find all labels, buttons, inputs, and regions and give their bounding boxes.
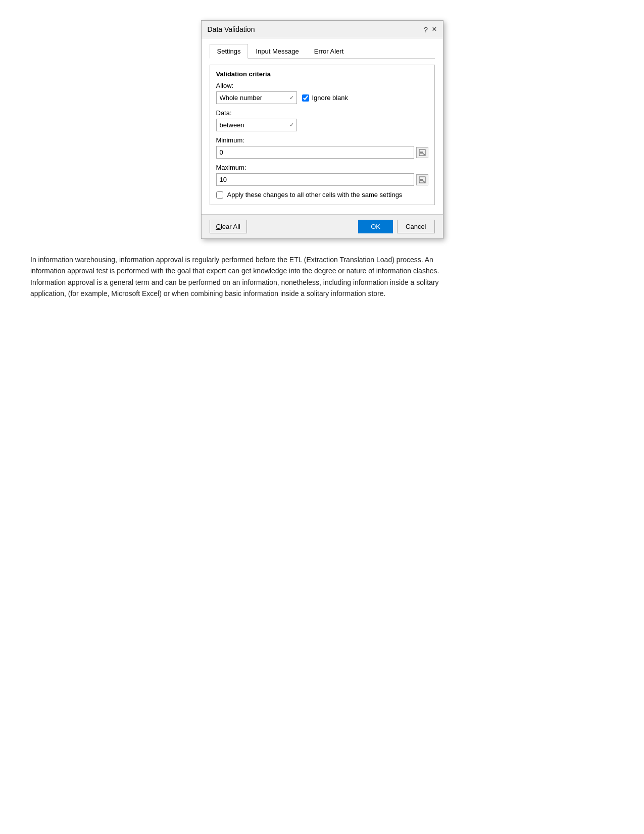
data-select[interactable]: between not between equal to not equal t…	[216, 119, 297, 131]
dialog-titlebar: Data Validation ? ×	[202, 21, 443, 38]
clear-all-label: Clear All	[216, 223, 240, 230]
tab-settings[interactable]: Settings	[210, 44, 249, 59]
footer-right: OK Cancel	[358, 220, 434, 233]
validation-criteria-section: Validation criteria Allow: Whole number …	[210, 65, 435, 205]
clear-all-button[interactable]: Clear All	[210, 220, 247, 233]
data-select-wrapper: between not between equal to not equal t…	[216, 119, 297, 131]
maximum-label: Maximum:	[216, 164, 428, 171]
data-validation-dialog: Data Validation ? × Settings Input Messa…	[201, 20, 443, 239]
svg-rect-4	[420, 179, 423, 181]
allow-select[interactable]: Whole number Decimal List Date Time Text…	[216, 91, 297, 104]
help-icon[interactable]: ?	[424, 25, 428, 34]
tabs: Settings Input Message Error Alert	[210, 43, 435, 59]
dialog-content: Settings Input Message Error Alert Valid…	[202, 38, 443, 214]
ok-button[interactable]: OK	[358, 220, 393, 233]
minimum-cellref-button[interactable]	[416, 147, 428, 158]
tab-error-alert[interactable]: Error Alert	[307, 44, 352, 59]
maximum-cellref-button[interactable]	[416, 174, 428, 185]
cellref-icon-max	[419, 176, 426, 183]
allow-label: Allow:	[216, 82, 428, 89]
ignore-blank-checkbox[interactable]	[302, 94, 309, 102]
body-paragraph: In information warehousing, information …	[30, 254, 465, 300]
close-icon[interactable]: ×	[432, 25, 436, 34]
apply-row: Apply these changes to all other cells w…	[216, 191, 428, 199]
ignore-blank-text: Ignore blank	[312, 94, 349, 102]
minimum-row	[216, 146, 428, 159]
data-label: Data:	[216, 109, 428, 117]
allow-row: Whole number Decimal List Date Time Text…	[216, 91, 428, 104]
ignore-blank-label[interactable]: Ignore blank	[302, 94, 349, 102]
maximum-row	[216, 173, 428, 186]
dialog-footer: Clear All OK Cancel	[202, 214, 443, 238]
tab-input-message[interactable]: Input Message	[248, 44, 306, 59]
svg-line-2	[423, 154, 425, 155]
dialog-title: Data Validation	[208, 25, 255, 33]
apply-checkbox[interactable]	[216, 191, 223, 199]
dialog-wrapper: Data Validation ? × Settings Input Messa…	[30, 20, 614, 239]
cancel-button[interactable]: Cancel	[397, 220, 434, 233]
allow-select-wrapper: Whole number Decimal List Date Time Text…	[216, 91, 297, 104]
minimum-input[interactable]	[216, 146, 414, 159]
data-row: between not between equal to not equal t…	[216, 119, 428, 131]
titlebar-controls: ? ×	[424, 25, 437, 34]
section-label: Validation criteria	[216, 70, 428, 78]
cellref-icon	[419, 149, 426, 156]
svg-line-5	[423, 181, 425, 182]
svg-rect-1	[420, 152, 423, 154]
minimum-label: Minimum:	[216, 136, 428, 144]
apply-text: Apply these changes to all other cells w…	[227, 191, 403, 199]
maximum-input[interactable]	[216, 173, 414, 186]
